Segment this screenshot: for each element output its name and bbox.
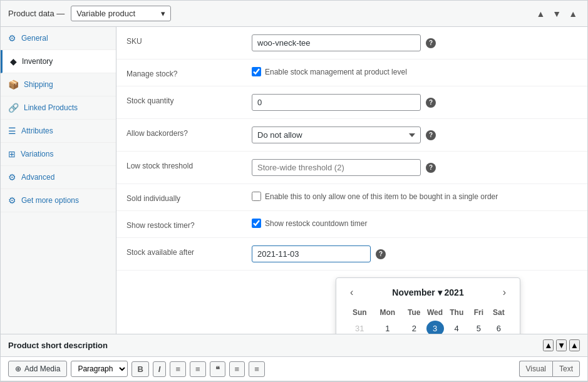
- manage-stock-checkbox[interactable]: [252, 67, 261, 76]
- sku-help-icon: ?: [426, 38, 436, 48]
- unordered-list-button[interactable]: ≡: [170, 361, 186, 377]
- sold-individually-label: Sold individually: [126, 192, 252, 203]
- advanced-icon: ⚙: [8, 172, 16, 182]
- sidebar-item-linked-products[interactable]: 🔗 Linked Products: [1, 96, 116, 120]
- sidebar-item-shipping[interactable]: 📦 Shipping: [1, 73, 116, 96]
- bottom-nav-expand[interactable]: ▲: [569, 339, 580, 351]
- manage-stock-checkbox-row: Enable stock management at product level: [252, 67, 407, 76]
- sidebar-item-label: Get more options: [21, 196, 79, 205]
- sidebar-item-inventory[interactable]: ◆ Inventory: [1, 50, 116, 73]
- low-stock-input[interactable]: [252, 159, 421, 176]
- cal-day[interactable]: 2: [402, 321, 426, 334]
- align-right-button[interactable]: ≡: [249, 361, 265, 377]
- show-restock-checkbox-label: Show restock countdown timer: [265, 219, 367, 228]
- get-more-options-icon: ⚙: [8, 195, 16, 205]
- italic-button[interactable]: I: [153, 361, 167, 377]
- sidebar-item-label: General: [21, 34, 48, 43]
- stock-available-field: ?: [252, 245, 577, 262]
- calendar-prev-button[interactable]: ‹: [346, 286, 357, 299]
- stock-quantity-row: Stock quantity ?: [116, 86, 587, 119]
- cal-header-sun: Sun: [346, 306, 373, 321]
- sidebar-item-label: Attributes: [21, 126, 53, 135]
- cal-day[interactable]: 1: [373, 321, 402, 334]
- cal-day[interactable]: 5: [470, 321, 488, 334]
- cal-day[interactable]: 4: [444, 321, 470, 334]
- sidebar-item-attributes[interactable]: ☰ Attributes: [1, 120, 116, 143]
- stock-quantity-label: Stock quantity: [126, 94, 252, 105]
- nav-down-button[interactable]: ▼: [550, 8, 564, 20]
- stock-available-label: Stock available after: [126, 245, 252, 257]
- calendar-year: 2021: [445, 287, 464, 297]
- add-media-icon: ⊕: [15, 364, 21, 373]
- bottom-header: Product short description ▲ ▼ ▲: [1, 334, 587, 357]
- align-left-button[interactable]: ≡: [229, 361, 245, 377]
- low-stock-label: Low stock threshold: [126, 159, 252, 170]
- show-restock-checkbox[interactable]: [252, 219, 261, 228]
- bottom-nav-up[interactable]: ▲: [543, 339, 554, 351]
- add-media-button[interactable]: ⊕ Add Media: [8, 361, 67, 377]
- bottom-toolbar: ⊕ Add Media Paragraph B I ≡ ≡ ❝ ≡ ≡ Visu…: [1, 357, 587, 381]
- general-icon: ⚙: [8, 33, 16, 43]
- allow-backorders-help-icon: ?: [426, 130, 436, 140]
- add-media-label: Add Media: [24, 364, 60, 373]
- show-restock-field: Show restock countdown timer: [252, 219, 577, 228]
- nav-up-button[interactable]: ▲: [534, 8, 547, 20]
- sold-individually-checkbox[interactable]: [252, 192, 261, 201]
- attributes-icon: ☰: [8, 126, 16, 136]
- sidebar-item-label: Advanced: [21, 173, 54, 182]
- text-button[interactable]: Text: [552, 361, 580, 377]
- header-nav: ▲ ▼ ▲: [534, 8, 580, 20]
- sku-field: ?: [252, 34, 577, 51]
- sidebar-item-general[interactable]: ⚙ General: [1, 27, 116, 50]
- allow-backorders-row: Allow backorders? Do not allow Allow, bu…: [116, 119, 587, 152]
- sidebar-item-get-more-options[interactable]: ⚙ Get more options: [1, 189, 116, 212]
- manage-stock-row: Manage stock? Enable stock management at…: [116, 59, 587, 86]
- low-stock-row: Low stock threshold ?: [116, 152, 587, 184]
- stock-available-row: Stock available after ?: [116, 238, 587, 271]
- allow-backorders-field: Do not allow Allow, but notify customer …: [252, 126, 577, 143]
- bold-button[interactable]: B: [132, 361, 148, 377]
- nav-expand-button[interactable]: ▲: [566, 8, 580, 20]
- sidebar-item-advanced[interactable]: ⚙ Advanced: [1, 166, 116, 189]
- cal-day[interactable]: 6: [488, 321, 510, 334]
- main-content: SKU ? Manage stock? Enable stock managem…: [116, 27, 587, 334]
- manage-stock-checkbox-label: Enable stock management at product level: [265, 68, 407, 76]
- allow-backorders-select-wrapper: Do not allow Allow, but notify customer …: [252, 126, 421, 143]
- visual-text-toggle: Visual Text: [519, 361, 580, 377]
- calendar-month-dropdown-icon: ▾: [438, 287, 442, 297]
- calendar-header: ‹ November ▾ 2021 ›: [346, 286, 510, 299]
- product-data-panel: Product data — Variable product ▾ ▲ ▼ ▲ …: [0, 0, 588, 382]
- stock-quantity-input[interactable]: [252, 94, 421, 111]
- linked-products-icon: 🔗: [8, 103, 19, 113]
- form-table: SKU ? Manage stock? Enable stock managem…: [116, 27, 587, 271]
- stock-available-input[interactable]: [252, 245, 371, 262]
- cal-header-tue: Tue: [402, 306, 426, 321]
- allow-backorders-label: Allow backorders?: [126, 126, 252, 138]
- sold-individually-checkbox-label: Enable this to only allow one of this it…: [265, 192, 498, 201]
- blockquote-button[interactable]: ❝: [210, 361, 225, 377]
- bottom-header-nav: ▲ ▼ ▲: [543, 339, 580, 351]
- low-stock-help-icon: ?: [426, 163, 436, 173]
- cal-day[interactable]: 31: [346, 321, 373, 334]
- sidebar: ⚙ General ◆ Inventory 📦 Shipping 🔗 Linke…: [1, 27, 116, 334]
- sidebar-item-variations[interactable]: ⊞ Variations: [1, 143, 116, 166]
- show-restock-row: Show restock timer? Show restock countdo…: [116, 211, 587, 238]
- allow-backorders-select[interactable]: Do not allow Allow, but notify customer …: [252, 126, 421, 143]
- format-select[interactable]: Paragraph: [71, 361, 128, 377]
- stock-quantity-field: ?: [252, 94, 577, 111]
- sku-label: SKU: [126, 34, 252, 46]
- sold-individually-row: Sold individually Enable this to only al…: [116, 184, 587, 211]
- ordered-list-button[interactable]: ≡: [190, 361, 206, 377]
- inventory-icon: ◆: [10, 56, 17, 66]
- product-type-select[interactable]: Variable product ▾: [71, 6, 171, 21]
- calendar-next-button[interactable]: ›: [499, 286, 510, 299]
- sku-input[interactable]: [252, 34, 421, 51]
- stock-available-help-icon: ?: [376, 249, 386, 259]
- cal-day-selected[interactable]: 3: [426, 321, 444, 334]
- sidebar-item-label: Variations: [21, 150, 53, 158]
- visual-button[interactable]: Visual: [519, 361, 552, 377]
- bottom-nav-down[interactable]: ▼: [556, 339, 567, 351]
- sidebar-item-label: Shipping: [24, 80, 53, 89]
- calendar-popup: ‹ November ▾ 2021 › Sun Mon Tue W: [336, 277, 520, 334]
- sku-row: SKU ?: [116, 27, 587, 59]
